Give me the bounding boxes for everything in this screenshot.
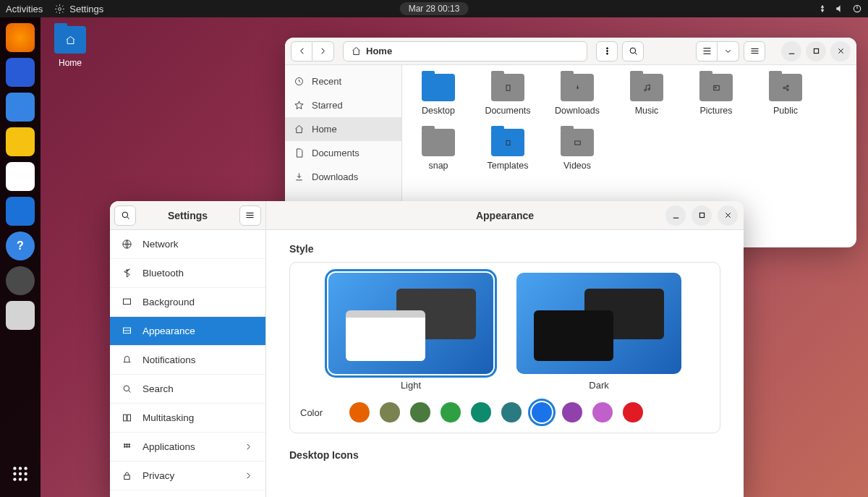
dock-thunderbird[interactable] (6, 58, 35, 87)
style-light-label: Light (401, 380, 421, 391)
view-list-button[interactable] (696, 41, 718, 61)
gear-icon (54, 4, 65, 14)
dock-help[interactable]: ? (6, 231, 35, 260)
sidebar-home[interactable]: Home (285, 117, 401, 141)
svg-point-18 (644, 89, 646, 91)
style-dark-option[interactable] (516, 273, 681, 374)
style-heading: Style (289, 243, 720, 255)
folder-videos[interactable]: Videos (553, 129, 602, 171)
svg-rect-41 (699, 213, 704, 217)
network-icon[interactable] (817, 4, 827, 14)
sidebar-item-notifications[interactable]: Notifications (110, 346, 265, 375)
sidebar-recent[interactable]: Recent (285, 69, 401, 93)
folder-templates[interactable]: Templates (483, 129, 532, 171)
color-swatch[interactable] (441, 402, 461, 422)
hamburger-button[interactable] (744, 41, 765, 61)
folder-snap[interactable]: snap (414, 129, 463, 171)
dock: ? (0, 17, 41, 497)
svg-point-21 (715, 86, 716, 88)
sidebar-starred[interactable]: Starred (285, 93, 401, 117)
style-light-option[interactable] (328, 273, 493, 374)
activities-button[interactable]: Activities (6, 4, 43, 14)
close-button[interactable] (830, 41, 851, 61)
color-swatch[interactable] (410, 402, 430, 422)
color-swatch[interactable] (349, 402, 370, 422)
svg-point-4 (24, 467, 27, 470)
color-swatch[interactable] (501, 402, 522, 422)
folder-downloads[interactable]: Downloads (553, 74, 602, 116)
dock-trash[interactable] (6, 301, 35, 330)
maximize-button[interactable] (806, 41, 826, 61)
folder-music[interactable]: Music (622, 74, 671, 116)
sidebar-item-network[interactable]: Network (110, 230, 265, 259)
path-bar[interactable]: Home (343, 41, 587, 61)
color-row: Color (300, 402, 710, 422)
settings-menu-button[interactable] (239, 205, 261, 226)
dock-libreoffice[interactable] (6, 162, 35, 191)
panel-title: Appearance (476, 210, 534, 221)
nav-back-button[interactable] (291, 41, 312, 61)
dock-show-apps[interactable] (6, 459, 35, 488)
dock-software[interactable] (6, 197, 35, 226)
sidebar-item-applications[interactable]: Applications (110, 433, 265, 462)
clock[interactable]: Mar 28 00:13 (400, 2, 469, 15)
color-swatch[interactable] (532, 402, 552, 422)
svg-point-6 (19, 472, 22, 475)
nav-forward-button[interactable] (312, 41, 334, 61)
style-box: Light Dark Color (289, 262, 720, 433)
chevron-right-icon (243, 470, 254, 481)
sidebar-item-search[interactable]: Search (110, 375, 265, 404)
settings-search-button[interactable] (114, 205, 136, 226)
sidebar-documents[interactable]: Documents (285, 141, 401, 165)
svg-rect-26 (574, 141, 580, 145)
folder-public[interactable]: Public (761, 74, 810, 116)
power-icon[interactable] (852, 4, 862, 14)
svg-rect-25 (506, 140, 510, 145)
svg-rect-40 (124, 475, 130, 480)
settings-sidebar: Settings Network Bluetooth Background Ap… (110, 201, 266, 497)
svg-point-38 (127, 446, 128, 448)
folder-documents[interactable]: Documents (483, 74, 532, 116)
folder-icon (54, 26, 86, 54)
svg-point-37 (124, 446, 125, 448)
svg-point-34 (124, 443, 125, 445)
grid-icon (11, 464, 30, 483)
sidebar-item-multitasking[interactable]: Multitasking (110, 404, 265, 433)
color-swatch[interactable] (623, 402, 643, 422)
folder-desktop[interactable]: Desktop (414, 74, 463, 116)
svg-point-8 (13, 477, 16, 480)
sidebar-item-background[interactable]: Background (110, 288, 265, 317)
dock-files[interactable] (6, 93, 35, 122)
sidebar-item-bluetooth[interactable]: Bluetooth (110, 259, 265, 288)
folder-pictures[interactable]: Pictures (692, 74, 741, 116)
volume-icon[interactable] (835, 4, 845, 14)
svg-point-2 (13, 467, 16, 470)
settings-minimize-button[interactable] (665, 205, 686, 226)
minimize-button[interactable] (781, 41, 801, 61)
dock-rhythmbox[interactable] (6, 127, 35, 156)
color-swatch[interactable] (562, 402, 582, 422)
sidebar-downloads[interactable]: Downloads (285, 165, 401, 189)
sidebar-item-appearance[interactable]: Appearance (110, 317, 265, 346)
color-swatch[interactable] (592, 402, 613, 422)
svg-point-39 (129, 446, 130, 448)
style-dark-label: Dark (589, 380, 608, 391)
view-dropdown-button[interactable] (718, 41, 739, 61)
sidebar-item-privacy[interactable]: Privacy (110, 462, 265, 490)
dock-firefox[interactable] (6, 23, 35, 52)
desktop-home-icon[interactable]: Home (54, 26, 86, 68)
svg-point-10 (24, 477, 27, 480)
svg-rect-32 (124, 415, 127, 421)
active-app[interactable]: Settings (54, 4, 103, 14)
search-button[interactable] (622, 41, 644, 61)
color-swatch[interactable] (380, 402, 400, 422)
svg-point-19 (647, 88, 650, 90)
files-header: Home (285, 38, 856, 65)
settings-maximize-button[interactable] (692, 205, 712, 226)
settings-close-button[interactable] (718, 205, 738, 226)
dock-settings[interactable] (6, 266, 35, 295)
top-bar: Activities Settings Mar 28 00:13 (0, 0, 868, 17)
path-menu-button[interactable] (596, 41, 618, 61)
svg-point-5 (13, 472, 16, 475)
color-swatch[interactable] (471, 402, 491, 422)
